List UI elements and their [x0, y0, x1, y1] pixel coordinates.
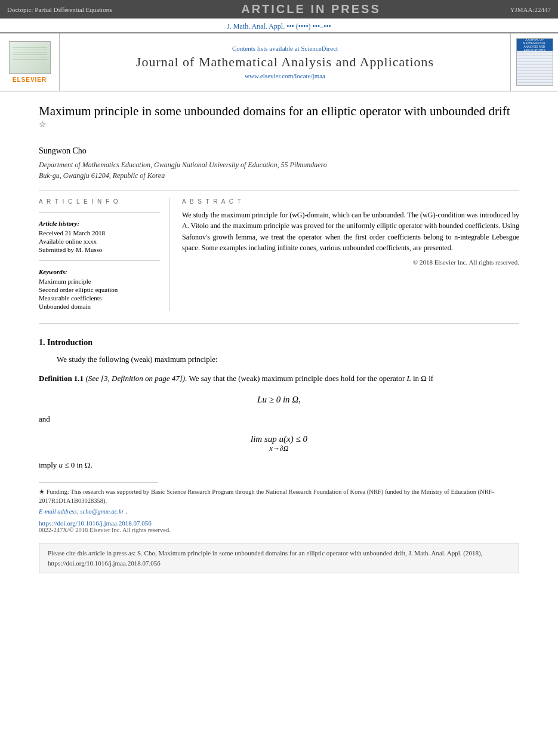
journal-thumbnail: JOURNAL OFMATHEMATICALANALYSIS ANDAPPLIC…: [510, 33, 558, 91]
author-name: Sungwon Cho: [39, 146, 519, 156]
affiliation: Department of Mathematics Education, Gwa…: [39, 159, 519, 181]
abstract-panel: A B S T R A C T We study the maximum pri…: [182, 198, 519, 311]
history-label: Article history:: [39, 220, 160, 227]
keyword-4: Unbounded domain: [39, 303, 160, 310]
article-in-press-label: ARTICLE IN PRESS: [241, 2, 381, 16]
math-expr-1: Lu ≥ 0 in Ω,: [257, 395, 301, 404]
footnote-star-icon: ☆: [39, 120, 47, 129]
article-info-panel: A R T I C L E I N F O Article history: R…: [39, 198, 170, 311]
sciencedirect-text[interactable]: ScienceDirect: [301, 45, 338, 52]
thumb-body: [517, 51, 553, 85]
elsevier-label: ELSEVIER: [13, 76, 47, 83]
math-limsup-expr: lim sup u(x) ≤ 0: [39, 434, 519, 444]
thumb-header: JOURNAL OFMATHEMATICALANALYSIS ANDAPPLIC…: [517, 39, 553, 51]
divider-info-1: [39, 212, 160, 213]
paper-title-text: Maximum principle in some unbounded doma…: [39, 104, 510, 118]
footnote-divider: [39, 482, 158, 483]
keyword-3: Measurable coefficients: [39, 294, 160, 302]
journal-header: ELSEVIER Contents lists available at Sci…: [0, 32, 558, 91]
submitted-by: Submitted by M. Musso: [39, 246, 160, 253]
journal-logo: ELSEVIER: [0, 33, 60, 91]
math-limsup-subscript: x→∂Ω: [39, 444, 519, 453]
journal-ref: J. Math. Anal. Appl. ••• (••••) •••–•••: [0, 19, 558, 32]
definition-bold: Definition 1.1: [39, 374, 84, 383]
definition-body: We say that the (weak) maximum principle…: [189, 374, 433, 383]
contents-list-text: Contents lists available at: [232, 45, 301, 52]
sciencedirect-link: Contents lists available at ScienceDirec…: [232, 45, 338, 52]
journal-title-block: Contents lists available at ScienceDirec…: [60, 33, 510, 91]
top-bar: Doctopic: Partial Differential Equations…: [0, 0, 558, 19]
journal-url[interactable]: www.elsevier.com/locate/jmaa: [245, 72, 325, 79]
keyword-1: Maximum principle: [39, 278, 160, 285]
email-label: E-mail address:: [39, 508, 81, 515]
doctopic-label: Doctopic: Partial Differential Equations: [7, 6, 112, 13]
footnote-funding: ★ Funding: This research was supported b…: [39, 487, 519, 506]
divider-1: [39, 190, 519, 191]
info-abstract-block: A R T I C L E I N F O Article history: R…: [39, 198, 519, 311]
divider-info-2: [39, 260, 160, 261]
issn-text: 0022-247X/© 2018 Elsevier Inc. All right…: [39, 527, 519, 533]
main-content: Maximum principle in some unbounded doma…: [0, 91, 558, 585]
available-online: Available online xxxx: [39, 238, 160, 245]
math-block-1: Lu ≥ 0 in Ω,: [39, 395, 519, 405]
definition-text: Definition 1.1 (See [3, Definition on pa…: [39, 373, 519, 385]
abstract-label: A B S T R A C T: [182, 198, 519, 205]
keywords-label: Keywords:: [39, 268, 160, 275]
math-block-2: lim sup u(x) ≤ 0 x→∂Ω: [39, 434, 519, 453]
citation-bar: Please cite this article in press as: S.…: [39, 543, 519, 573]
keyword-2: Second order elliptic equation: [39, 286, 160, 293]
article-info-label: A R T I C L E I N F O: [39, 198, 160, 205]
abstract-text: We study the maximum principle for (wG)-…: [182, 210, 519, 254]
copyright-line: © 2018 Elsevier Inc. All rights reserved…: [182, 259, 519, 266]
definition-italic: (See [3, Definition on page 47]).: [85, 374, 187, 383]
imply-line: imply u ≤ 0 in Ω.: [39, 460, 519, 470]
yjmaa-label: YJMAA:22447: [510, 6, 551, 13]
journal-cover-thumb: JOURNAL OFMATHEMATICALANALYSIS ANDAPPLIC…: [516, 38, 553, 86]
elsevier-logo-graphic: [9, 41, 51, 74]
thumb-header-text: JOURNAL OFMATHEMATICALANALYSIS ANDAPPLIC…: [523, 38, 545, 52]
affiliation-line1: Department of Mathematics Education, Gwa…: [39, 161, 327, 169]
footnote-email: E-mail address: scho@gnue.ac.kr .: [39, 508, 519, 515]
and-connector: and: [39, 414, 519, 424]
intro-paragraph-1: We study the following (weak) maximum pr…: [39, 354, 519, 366]
received-date: Received 21 March 2018: [39, 229, 160, 236]
email-address[interactable]: scho@gnue.ac.kr: [81, 508, 124, 515]
paper-title: Maximum principle in some unbounded doma…: [39, 103, 519, 137]
divider-2: [39, 323, 519, 324]
doi-link[interactable]: https://doi.org/10.1016/j.jmaa.2018.07.0…: [39, 520, 519, 527]
affiliation-line2: Buk-gu, Gwangju 61204, Republic of Korea: [39, 171, 165, 180]
section-1-heading: 1. Introduction: [39, 338, 519, 348]
journal-title-main: Journal of Mathematical Analysis and App…: [136, 54, 434, 70]
journal-ref-text: J. Math. Anal. Appl. ••• (••••) •••–•••: [227, 22, 331, 30]
